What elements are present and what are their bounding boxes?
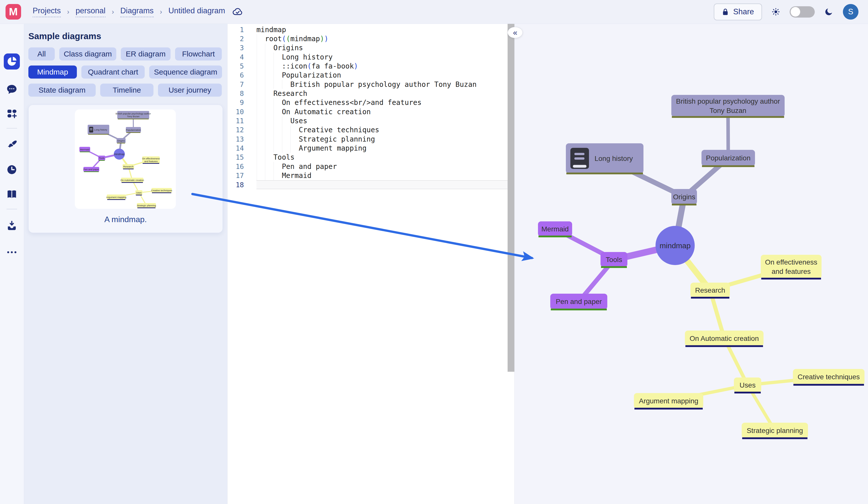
code-line-10[interactable]: 10On Automatic creation	[228, 107, 514, 116]
node-uses: Uses	[135, 190, 142, 195]
line-number: 8	[228, 89, 256, 98]
code-line-4[interactable]: 4Long history	[228, 52, 514, 62]
breadcrumb-item-personal[interactable]: personal	[75, 6, 105, 17]
code-token: Creative techniques	[299, 126, 379, 134]
sidebar-item-ellipsis[interactable]	[4, 244, 20, 260]
code-line-1[interactable]: 1mindmap	[228, 25, 514, 34]
sidebar-item-paint-brush[interactable]	[4, 137, 20, 153]
code-line-content[interactable]	[256, 180, 514, 189]
sidebar-item-import-tray[interactable]	[4, 218, 20, 234]
collapse-editor-button[interactable]: «	[508, 27, 523, 38]
code-line-content[interactable]: British popular psychology author Tony B…	[256, 80, 514, 89]
avatar[interactable]: S	[843, 4, 858, 20]
indent-guide	[265, 126, 265, 135]
svg-text:Strategic planning: Strategic planning	[747, 427, 803, 434]
node-research: Research	[123, 164, 134, 169]
code-line-14[interactable]: 14Argument mapping	[228, 144, 514, 153]
sidebar-item-clock[interactable]	[4, 162, 20, 178]
code-line-content[interactable]: Origins	[256, 43, 514, 52]
node-argument: Argument mapping	[106, 195, 126, 200]
filter-button-mindmap[interactable]: Mindmap	[28, 65, 77, 78]
filter-button-class-diagram[interactable]: Class diagram	[59, 48, 116, 61]
svg-text:Popularization: Popularization	[706, 154, 751, 162]
line-number: 18	[228, 180, 256, 189]
sidebar-item-shapes-plus[interactable]	[4, 105, 20, 122]
breadcrumb-item-untitled-diagram[interactable]: Untitled diagram	[168, 6, 225, 17]
code-line-content[interactable]: Pen and paper	[256, 162, 514, 171]
line-number: 4	[228, 52, 256, 62]
code-line-18[interactable]: 18	[228, 180, 514, 189]
filter-button-timeline[interactable]: Timeline	[100, 84, 154, 97]
code-line-content[interactable]: Uses	[256, 116, 514, 125]
editor-scrollbar-thumb[interactable]	[508, 24, 514, 372]
filter-button-all[interactable]: All	[28, 48, 55, 61]
code-line-12[interactable]: 12Creative techniques	[228, 126, 514, 135]
mindmap-preview-thumbnail: mindmapOriginsLong historyPopularization…	[75, 109, 176, 209]
code-line-15[interactable]: 15Tools	[228, 153, 514, 162]
code-line-content[interactable]: Strategic planning	[256, 135, 514, 144]
breadcrumb-item-projects[interactable]: Projects	[33, 6, 61, 17]
filter-button-user-journey[interactable]: User journey	[158, 84, 222, 97]
sidebar-item-open-book[interactable]	[4, 186, 20, 202]
filter-button-er-diagram[interactable]: ER diagram	[121, 48, 170, 61]
code-line-11[interactable]: 11Uses	[228, 116, 514, 125]
share-button[interactable]: Share	[714, 3, 762, 20]
indent-guide	[265, 116, 265, 125]
line-number: 6	[228, 71, 256, 80]
indent-guide	[290, 126, 291, 135]
code-line-8[interactable]: 8Research	[228, 89, 514, 98]
svg-text:On Automatic creation: On Automatic creation	[121, 179, 144, 181]
code-line-content[interactable]: Creative techniques	[256, 126, 514, 135]
code-line-9[interactable]: 9On effectiveness<br/>and features	[228, 98, 514, 107]
code-line-7[interactable]: 7British popular psychology author Tony …	[228, 80, 514, 89]
code-line-content[interactable]: Tools	[256, 153, 514, 162]
breadcrumb-separator: ›	[160, 8, 162, 16]
svg-text:Popularization: Popularization	[126, 128, 141, 131]
node-mermaid: Mermaid	[79, 147, 90, 152]
code-line-content[interactable]: Research	[256, 89, 514, 98]
code-token: Research	[273, 90, 307, 98]
code-line-6[interactable]: 6Popularization	[228, 71, 514, 80]
indent-guide	[273, 116, 274, 125]
code-line-3[interactable]: 3Origins	[228, 43, 514, 52]
svg-text:Long history: Long history	[94, 128, 107, 131]
code-line-17[interactable]: 17Mermaid	[228, 171, 514, 180]
svg-text:Tools: Tools	[606, 256, 622, 264]
sidebar-item-chat-bubble[interactable]	[4, 81, 20, 97]
indent-guide	[265, 107, 265, 116]
filter-button-flowchart[interactable]: Flowchart	[175, 48, 222, 61]
diagram-canvas[interactable]: mindmapOriginsLong historyPopularization…	[514, 24, 868, 504]
code-line-content[interactable]: mindmap	[256, 25, 514, 34]
code-line-content[interactable]: On Automatic creation	[256, 107, 514, 116]
code-token: fa fa-book	[311, 62, 354, 70]
filter-button-state-diagram[interactable]: State diagram	[28, 84, 96, 97]
node-oeaf: On effectivenessand features	[761, 255, 822, 279]
code-line-16[interactable]: 16Pen and paper	[228, 162, 514, 171]
code-line-content[interactable]: ::icon(fa fa-book)	[256, 62, 514, 71]
sidebar-item-pie-chart[interactable]	[4, 53, 20, 70]
filter-button-sequence-diagram[interactable]: Sequence diagram	[149, 65, 222, 78]
code-line-content[interactable]: root((mindmap))	[256, 34, 514, 43]
code-token: Uses	[290, 117, 307, 125]
theme-toggle[interactable]	[789, 6, 815, 18]
svg-text:On effectiveness: On effectiveness	[765, 258, 817, 266]
code-line-5[interactable]: 5::icon(fa fa-book)	[228, 62, 514, 71]
breadcrumb-item-diagrams[interactable]: Diagrams	[120, 6, 154, 17]
line-number: 12	[228, 126, 256, 135]
filter-button-quadrant-chart[interactable]: Quadrant chart	[81, 65, 145, 78]
toggle-knob	[790, 7, 800, 17]
code-line-content[interactable]: Argument mapping	[256, 144, 514, 153]
code-line-13[interactable]: 13Strategic planning	[228, 135, 514, 144]
mermaid-logo[interactable]: M	[6, 4, 21, 20]
code-line-content[interactable]: Mermaid	[256, 171, 514, 180]
code-line-2[interactable]: 2root((mindmap))	[228, 34, 514, 43]
sample-card-mindmap[interactable]: mindmapOriginsLong historyPopularization…	[28, 105, 223, 233]
code-token: On effectiveness<br/>and features	[282, 98, 422, 107]
code-line-content[interactable]: On effectiveness<br/>and features	[256, 98, 514, 107]
code-line-content[interactable]: Long history	[256, 52, 514, 62]
code-editor[interactable]: 1mindmap2root((mindmap))3Origins4Long hi…	[227, 24, 514, 504]
indent-guide	[273, 52, 274, 62]
indent-guide	[273, 162, 274, 171]
svg-text:Long history: Long history	[595, 155, 633, 162]
code-line-content[interactable]: Popularization	[256, 71, 514, 80]
